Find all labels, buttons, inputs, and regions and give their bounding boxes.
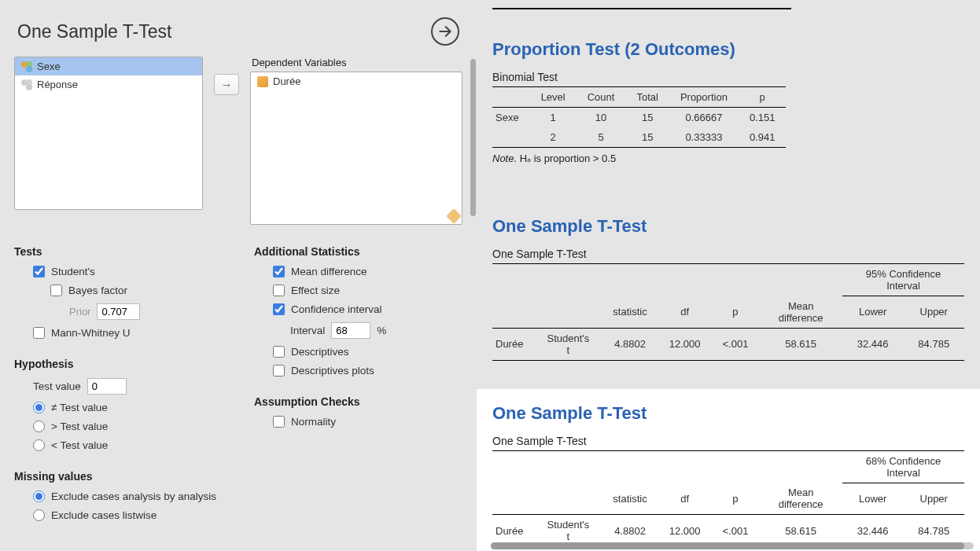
ci-label: Confidence interval xyxy=(291,303,382,315)
ttest-68-section: One Sample T-Test One Sample T-Test 68% … xyxy=(477,389,980,552)
table-row: Durée Student's t 4.8802 12.000 <.001 58… xyxy=(492,328,964,360)
mann-whitney-checkbox[interactable] xyxy=(33,327,45,339)
hypothesis-neq-label: ≠ Test value xyxy=(51,402,108,413)
ci-checkbox[interactable] xyxy=(273,303,285,315)
scrollbar-horizontal[interactable] xyxy=(491,542,974,549)
hypothesis-lt-radio[interactable] xyxy=(33,439,45,451)
prior-label: Prior xyxy=(69,306,90,318)
nominal-icon xyxy=(21,61,32,72)
result-subtitle: One Sample T-Test xyxy=(492,430,964,450)
hypothesis-lt-label: < Test value xyxy=(51,439,108,451)
missing-listwise-label: Exclude cases listwise xyxy=(51,509,157,521)
result-heading: One Sample T-Test xyxy=(492,389,964,430)
ttest-95-section: One Sample T-Test One Sample T-Test 95% … xyxy=(492,202,964,375)
percent-label: % xyxy=(377,325,386,336)
missing-listwise-radio[interactable] xyxy=(33,509,45,521)
students-label: Student's xyxy=(51,266,95,277)
descr-plots-checkbox[interactable] xyxy=(273,365,285,377)
arrow-right-icon: → xyxy=(221,78,233,91)
scrollbar-vertical[interactable] xyxy=(470,59,476,216)
bayes-label: Bayes factor xyxy=(68,285,127,296)
mean-diff-checkbox[interactable] xyxy=(273,266,285,277)
table-row: Sexe 1 10 15 0.66667 0.151 xyxy=(492,108,786,128)
prior-input[interactable] xyxy=(97,303,140,320)
dependent-variables-list[interactable]: Durée xyxy=(250,72,462,225)
variable-name: Sexe xyxy=(37,61,61,72)
variable-name: Durée xyxy=(273,75,300,87)
addstats-title: Additional Statistics xyxy=(254,245,462,258)
scale-icon xyxy=(257,76,268,87)
arrow-right-icon xyxy=(437,24,453,39)
hypothesis-title: Hypothesis xyxy=(14,358,223,370)
interval-input[interactable] xyxy=(331,322,370,339)
missing-analysis-label: Exclude cases analysis by analysis xyxy=(51,490,216,502)
dependent-label: Dependent Variables xyxy=(252,57,462,68)
test-value-label: Test value xyxy=(33,380,81,392)
result-subtitle: One Sample T-Test xyxy=(492,243,964,263)
missing-analysis-radio[interactable] xyxy=(33,490,45,502)
descriptives-label: Descriptives xyxy=(291,346,349,358)
tests-title: Tests xyxy=(14,245,223,258)
hypothesis-gt-label: > Test value xyxy=(51,421,108,432)
mann-whitney-label: Mann-Whitney U xyxy=(51,327,131,339)
ttest-table: 95% Confidence Interval statistic df p M… xyxy=(492,263,964,361)
effect-size-label: Effect size xyxy=(291,285,340,296)
students-checkbox[interactable] xyxy=(33,266,45,277)
bayes-checkbox[interactable] xyxy=(50,285,62,296)
missing-title: Missing values xyxy=(14,470,223,483)
list-item[interactable]: Réponse xyxy=(15,75,202,94)
effect-size-checkbox[interactable] xyxy=(273,285,285,296)
run-button[interactable] xyxy=(431,17,459,46)
assumption-title: Assumption Checks xyxy=(254,395,462,408)
normality-label: Normality xyxy=(291,416,336,428)
table-row: 2 5 15 0.33333 0.941 xyxy=(492,127,786,148)
descriptives-checkbox[interactable] xyxy=(273,346,285,358)
available-variables-list[interactable]: Sexe Réponse xyxy=(14,57,203,210)
nominal-gray-icon xyxy=(21,79,32,90)
hypothesis-neq-radio[interactable] xyxy=(33,402,45,413)
scale-drop-icon xyxy=(446,208,462,224)
interval-label: Interval xyxy=(290,325,325,336)
hypothesis-gt-radio[interactable] xyxy=(33,421,45,432)
proportion-test-section: Proportion Test (2 Outcomes) Binomial Te… xyxy=(492,25,964,178)
variable-name: Réponse xyxy=(37,79,78,90)
mean-diff-label: Mean difference xyxy=(291,266,367,277)
list-item[interactable]: Durée xyxy=(251,72,462,90)
move-right-button[interactable]: → xyxy=(214,74,239,95)
list-item[interactable]: Sexe xyxy=(15,57,202,75)
binomial-table: Level Count Total Proportion p Sexe 1 10… xyxy=(492,86,786,148)
result-subtitle: Binomial Test xyxy=(492,66,964,86)
normality-checkbox[interactable] xyxy=(273,416,285,428)
result-heading: Proportion Test (2 Outcomes) xyxy=(492,25,964,66)
result-heading: One Sample T-Test xyxy=(492,202,964,243)
page-title: One Sample T-Test xyxy=(17,21,171,42)
descr-plots-label: Descriptives plots xyxy=(291,365,374,377)
note-text: Note. Hₐ is proportion > 0.5 xyxy=(492,148,964,164)
divider xyxy=(492,8,791,9)
ttest-table: 68% Confidence Interval statistic df p M… xyxy=(492,450,964,548)
test-value-input[interactable] xyxy=(87,378,127,395)
